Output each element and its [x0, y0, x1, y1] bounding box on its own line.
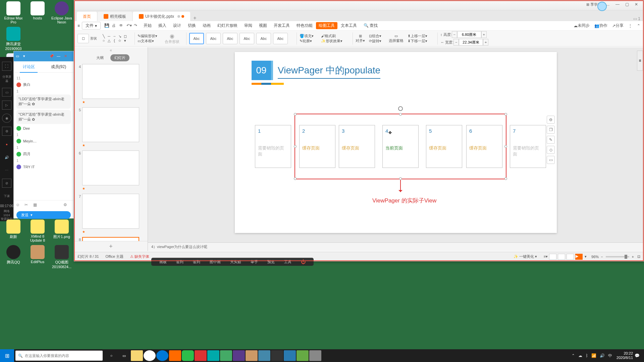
menu-start[interactable]: 开始 — [140, 23, 155, 28]
task-explorer-icon[interactable] — [131, 350, 143, 361]
tool-icon[interactable]: ⚙ — [2, 127, 11, 136]
view-normal-icon[interactable] — [549, 254, 556, 260]
ftb-pic[interactable]: 图中画 — [205, 259, 225, 264]
send-backward-button[interactable]: ⬇ 下移一层 ▾ — [408, 39, 427, 44]
tray-chevron-icon[interactable]: ⌃ — [572, 353, 575, 358]
user-avatar[interactable] — [597, 2, 607, 11]
page-card-2[interactable]: 2缓存页面 — [299, 125, 335, 168]
desktop-icon-hosts[interactable]: hosts — [25, 0, 50, 25]
resize-handle[interactable] — [399, 113, 402, 116]
page-card-6[interactable]: 6缓存页面 — [466, 125, 502, 168]
view-sorter-icon[interactable] — [558, 254, 565, 260]
task-app2-icon[interactable] — [220, 350, 232, 361]
redo-icon[interactable]: ↷ — [134, 23, 139, 28]
thumb-6[interactable] — [82, 150, 139, 185]
ftb-power-icon[interactable]: ⏻ — [296, 259, 310, 264]
tray-bluetooth-icon[interactable]: ᛒ — [586, 353, 588, 358]
desktop-icon-qq[interactable]: 腾讯QQ — [1, 245, 25, 269]
caption-text[interactable]: ViewPager 的实际子View — [372, 197, 436, 204]
tray-volume-icon[interactable]: 🔊 — [600, 353, 605, 358]
menu-design[interactable]: 设计 — [170, 23, 184, 28]
pen-tool-icon[interactable]: ✎ — [547, 136, 555, 144]
task-app6-icon[interactable] — [284, 350, 296, 361]
style-preset-1[interactable]: Abc — [189, 33, 204, 44]
slideshow-button[interactable]: ▶ — [575, 254, 583, 260]
beautify-button[interactable]: ✨ 一键美化 ▾ — [514, 254, 537, 259]
panel-collapse-icon[interactable]: « — [74, 47, 148, 53]
mic-icon[interactable]: ● — [2, 140, 11, 149]
bring-forward-button[interactable]: ⬆ 上移一层 ▾ — [408, 34, 427, 39]
taskbar-search[interactable]: 🔍 在这里输入你要搜索的内容 — [15, 351, 103, 361]
desktop-icon-editplus[interactable]: EditPlus — [25, 245, 50, 269]
fill-button[interactable]: 🪣 填充 ▾ — [300, 34, 314, 39]
tab-template[interactable]: 稻壳模板 — [98, 12, 132, 21]
resize-handle[interactable] — [504, 177, 507, 180]
desktop-icon-png[interactable]: 图片1.png — [50, 220, 74, 242]
menu-draw[interactable]: 绘图工具 — [316, 22, 337, 29]
menu-dev[interactable]: 开发工具 — [270, 23, 293, 28]
task-app7-icon[interactable] — [297, 350, 309, 361]
selpane-label[interactable]: 选择窗格 — [389, 38, 404, 43]
menu-insert[interactable]: 插入 — [155, 23, 170, 28]
minimize-icon[interactable]: — — [57, 54, 61, 59]
thumb-8[interactable] — [82, 237, 139, 241]
coop-button[interactable]: 👥 协作 — [594, 23, 607, 28]
align-icon[interactable]: ⊞ — [359, 34, 362, 38]
menu-trans[interactable]: 切换 — [184, 23, 199, 28]
shape-button[interactable]: ◻ — [77, 34, 89, 43]
task-app8-icon[interactable] — [309, 350, 321, 361]
ftb-hand[interactable]: 大头贴 — [225, 259, 246, 264]
menu-file[interactable]: 文件 ▾ — [82, 22, 101, 29]
speaker-icon[interactable]: 🔊 — [2, 153, 11, 162]
gear-icon[interactable]: ⚙ — [63, 202, 69, 208]
thumb-4[interactable] — [82, 64, 139, 99]
ftb-raise[interactable]: 举手 — [246, 259, 263, 264]
copy-tool-icon[interactable]: ▭ — [547, 156, 555, 164]
canvas-area[interactable]: 09 ViewPager 中的populate 1需要销毁的页面 — [148, 47, 644, 251]
tab-home[interactable]: 首页 — [77, 12, 97, 21]
taskbar-clock[interactable]: 20:22 2020/8/11 — [616, 351, 633, 360]
zoom-out-icon[interactable]: − — [601, 255, 603, 259]
task-app3-icon[interactable] — [246, 350, 258, 361]
missing-font-warning[interactable]: ⚠ 缺失字体 — [130, 254, 149, 259]
add-tab-button[interactable]: + — [191, 15, 199, 21]
width-input[interactable] — [459, 39, 483, 46]
task-chrome-icon[interactable] — [144, 350, 156, 361]
menu-find[interactable]: 🔍 查找 — [360, 23, 381, 28]
task-tencent-icon[interactable] — [207, 350, 219, 361]
width-inc[interactable]: + — [483, 39, 488, 46]
desktop-icon-edraw[interactable]: Edraw Max Pro — [1, 0, 25, 25]
menu-more-icon[interactable]: ⋮ — [628, 23, 632, 28]
minimize-button[interactable]: — — [613, 2, 622, 9]
camera-icon[interactable]: ◉ — [2, 114, 11, 123]
desktop-icon-tencent[interactable]: 腾讯课堂 20190903 — [1, 25, 25, 52]
resize-handle[interactable] — [294, 145, 297, 148]
menu-view[interactable]: 视图 — [256, 23, 270, 28]
collapse-ribbon-icon[interactable]: ⌃ — [637, 23, 640, 28]
save-icon[interactable]: 💾 — [104, 23, 110, 28]
notes-row[interactable]: 4）viewPager为什么要这么设计呢 — [148, 242, 644, 251]
task-app5-icon[interactable] — [271, 350, 283, 361]
desktop-icon-eclipse[interactable]: Eclipse Java Neon — [50, 0, 74, 25]
maximize-button[interactable]: ▢ — [622, 2, 632, 9]
resize-handle[interactable] — [294, 177, 297, 180]
merge-icon[interactable]: ◉ — [170, 33, 174, 39]
shape-tool-icon[interactable]: ◇ — [547, 146, 555, 154]
ftb-preview[interactable]: 预览 — [263, 259, 279, 264]
task-edge-icon[interactable] — [156, 350, 168, 361]
tray-ime-icon[interactable]: 中 — [608, 353, 612, 359]
menu-show[interactable]: 幻灯片放映 — [214, 23, 241, 28]
page-card-1[interactable]: 1需要销毁的页面 — [255, 125, 291, 168]
zoom-slider[interactable] — [606, 256, 629, 257]
resize-handle[interactable] — [504, 113, 507, 116]
send-button[interactable]: 发送 ▾ — [16, 211, 71, 219]
emoji-icon[interactable]: ☺ — [16, 202, 21, 208]
folder-icon[interactable]: ▭ — [16, 54, 20, 59]
group-button[interactable]: ⊡ 组合 ▾ — [369, 34, 381, 39]
tray-notifications-icon[interactable]: 💬 — [635, 353, 640, 358]
resize-handle[interactable] — [399, 177, 402, 180]
tab-members[interactable]: 成员(92) — [44, 61, 73, 72]
chat-body[interactable]: 11 换白 1 "LDD"送给"享学课堂-alvin老师"一朵 ✿ "CR7"送… — [14, 73, 73, 200]
menu-text[interactable]: 文本工具 — [337, 23, 360, 28]
undo-icon[interactable]: ↶▾ — [126, 23, 132, 28]
